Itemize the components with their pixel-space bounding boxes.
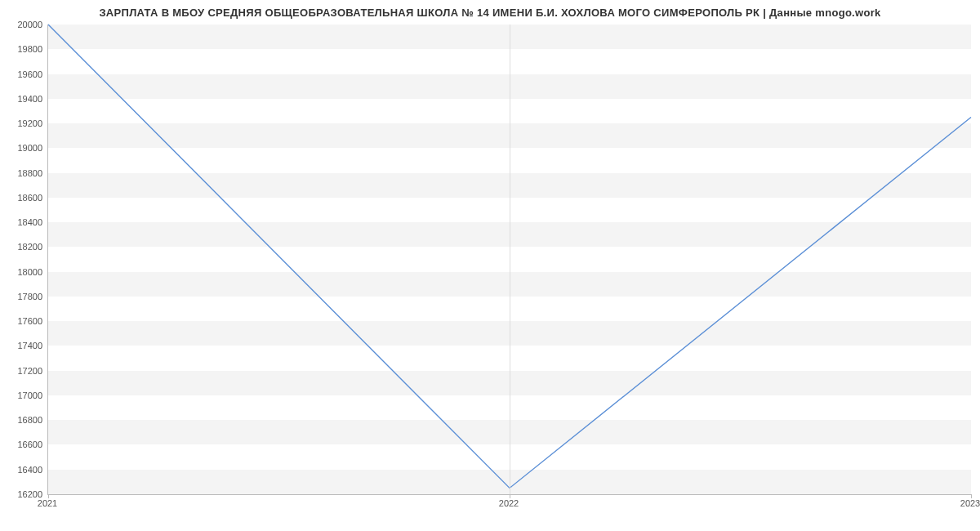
chart-title: ЗАРПЛАТА В МБОУ СРЕДНЯЯ ОБЩЕОБРАЗОВАТЕЛЬ… <box>0 0 980 19</box>
y-tick-label: 18400 <box>3 217 42 227</box>
y-tick-label: 17600 <box>3 316 42 326</box>
x-tick-label: 2023 <box>960 498 980 508</box>
y-tick-label: 16400 <box>3 465 42 475</box>
y-tick-label: 20000 <box>3 20 42 29</box>
y-tick-label: 19800 <box>3 44 42 54</box>
y-tick-label: 19600 <box>3 69 42 79</box>
y-tick-label: 18600 <box>3 193 42 203</box>
y-tick-label: 17800 <box>3 292 42 301</box>
y-tick-label: 19200 <box>3 118 42 128</box>
y-tick-label: 19000 <box>3 143 42 153</box>
plot-area <box>47 25 971 495</box>
y-tick-label: 18000 <box>3 267 42 277</box>
y-tick-label: 17000 <box>3 390 42 400</box>
y-tick-label: 17400 <box>3 341 42 350</box>
y-tick-label: 18200 <box>3 242 42 252</box>
y-tick-label: 19400 <box>3 94 42 104</box>
x-tick-label: 2021 <box>38 498 57 508</box>
y-tick-label: 18800 <box>3 168 42 178</box>
y-tick-label: 16800 <box>3 415 42 425</box>
y-tick-label: 16600 <box>3 440 42 449</box>
y-tick-label: 17200 <box>3 366 42 376</box>
salary-line-chart: ЗАРПЛАТА В МБОУ СРЕДНЯЯ ОБЩЕОБРАЗОВАТЕЛЬ… <box>0 0 980 531</box>
x-tick-label: 2022 <box>499 498 519 508</box>
v-gridline <box>510 25 510 494</box>
